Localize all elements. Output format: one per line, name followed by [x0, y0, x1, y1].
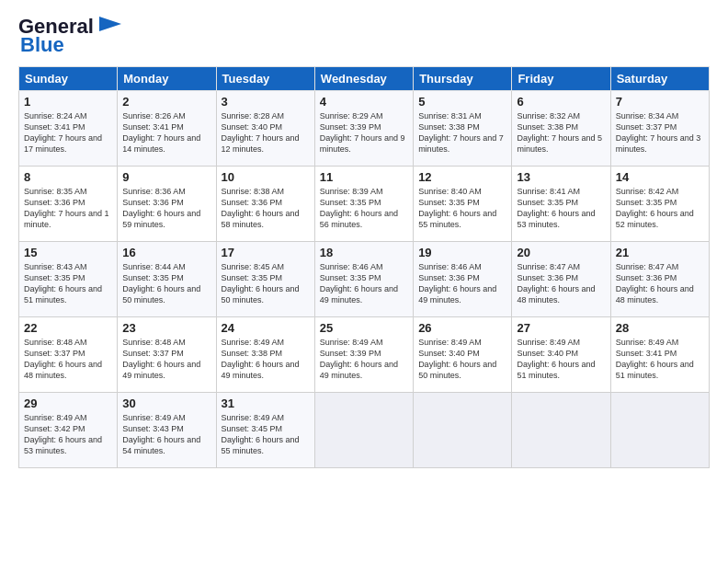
calendar-table: SundayMondayTuesdayWednesdayThursdayFrid… [18, 66, 710, 468]
cell-info: Sunrise: 8:49 AM Sunset: 3:40 PM Dayligh… [418, 337, 506, 382]
day-number: 7 [616, 95, 704, 109]
calendar-cell: 25Sunrise: 8:49 AM Sunset: 3:39 PM Dayli… [314, 317, 413, 393]
calendar-cell: 5Sunrise: 8:31 AM Sunset: 3:38 PM Daylig… [414, 91, 512, 167]
calendar-cell: 18Sunrise: 8:46 AM Sunset: 3:35 PM Dayli… [314, 242, 413, 317]
calendar-cell: 12Sunrise: 8:40 AM Sunset: 3:35 PM Dayli… [414, 167, 512, 242]
calendar-cell: 19Sunrise: 8:46 AM Sunset: 3:36 PM Dayli… [414, 242, 512, 317]
calendar-cell: 26Sunrise: 8:49 AM Sunset: 3:40 PM Dayli… [414, 317, 512, 393]
cell-info: Sunrise: 8:28 AM Sunset: 3:40 PM Dayligh… [222, 110, 310, 155]
cell-info: Sunrise: 8:49 AM Sunset: 3:40 PM Dayligh… [517, 337, 605, 382]
calendar-cell: 27Sunrise: 8:49 AM Sunset: 3:40 PM Dayli… [512, 317, 610, 393]
cell-info: Sunrise: 8:45 AM Sunset: 3:35 PM Dayligh… [222, 261, 310, 306]
day-number: 17 [222, 246, 310, 259]
calendar-cell: 24Sunrise: 8:49 AM Sunset: 3:38 PM Dayli… [216, 317, 314, 393]
weekday-header: Tuesday [216, 67, 314, 91]
day-number: 2 [122, 95, 210, 109]
day-number: 18 [320, 246, 408, 259]
cell-info: Sunrise: 8:46 AM Sunset: 3:35 PM Dayligh… [320, 261, 408, 306]
calendar-cell: 15Sunrise: 8:43 AM Sunset: 3:35 PM Dayli… [19, 242, 118, 317]
day-number: 4 [320, 95, 408, 109]
day-number: 15 [24, 246, 112, 259]
calendar-cell [314, 393, 413, 468]
day-number: 24 [222, 321, 310, 335]
day-number: 9 [122, 170, 210, 184]
cell-info: Sunrise: 8:38 AM Sunset: 3:36 PM Dayligh… [222, 186, 310, 231]
cell-info: Sunrise: 8:26 AM Sunset: 3:41 PM Dayligh… [122, 110, 210, 155]
calendar-cell: 20Sunrise: 8:47 AM Sunset: 3:36 PM Dayli… [512, 242, 610, 317]
day-number: 25 [320, 321, 408, 335]
header: General Blue [18, 15, 710, 57]
cell-info: Sunrise: 8:48 AM Sunset: 3:37 PM Dayligh… [24, 337, 112, 382]
cell-info: Sunrise: 8:46 AM Sunset: 3:36 PM Dayligh… [418, 261, 506, 306]
calendar-cell [512, 393, 610, 468]
cell-info: Sunrise: 8:44 AM Sunset: 3:35 PM Dayligh… [122, 261, 210, 306]
calendar-page: General Blue SundayMondayTuesdayWednesda… [0, 0, 728, 477]
cell-info: Sunrise: 8:35 AM Sunset: 3:36 PM Dayligh… [24, 186, 112, 231]
calendar-cell: 22Sunrise: 8:48 AM Sunset: 3:37 PM Dayli… [19, 317, 118, 393]
cell-info: Sunrise: 8:39 AM Sunset: 3:35 PM Dayligh… [320, 186, 408, 231]
cell-info: Sunrise: 8:49 AM Sunset: 3:39 PM Dayligh… [320, 337, 408, 382]
weekday-header: Thursday [414, 67, 512, 91]
calendar-cell: 11Sunrise: 8:39 AM Sunset: 3:35 PM Dayli… [314, 167, 413, 242]
day-number: 6 [517, 95, 605, 109]
day-number: 1 [24, 95, 112, 109]
logo-arrow-icon [96, 15, 125, 33]
calendar-cell: 17Sunrise: 8:45 AM Sunset: 3:35 PM Dayli… [216, 242, 314, 317]
day-number: 22 [24, 321, 112, 335]
calendar-cell: 30Sunrise: 8:49 AM Sunset: 3:43 PM Dayli… [118, 393, 216, 468]
day-number: 8 [24, 170, 112, 184]
cell-info: Sunrise: 8:49 AM Sunset: 3:38 PM Dayligh… [222, 337, 310, 382]
calendar-cell: 1Sunrise: 8:24 AM Sunset: 3:41 PM Daylig… [19, 91, 118, 167]
day-number: 31 [222, 396, 310, 410]
cell-info: Sunrise: 8:32 AM Sunset: 3:38 PM Dayligh… [517, 110, 605, 155]
day-number: 29 [24, 396, 112, 410]
logo: General Blue [18, 15, 125, 57]
day-number: 23 [122, 321, 210, 335]
day-number: 12 [418, 170, 506, 184]
calendar-cell: 14Sunrise: 8:42 AM Sunset: 3:35 PM Dayli… [610, 167, 709, 242]
cell-info: Sunrise: 8:24 AM Sunset: 3:41 PM Dayligh… [24, 110, 112, 155]
weekday-header: Saturday [610, 67, 709, 91]
calendar-cell: 10Sunrise: 8:38 AM Sunset: 3:36 PM Dayli… [216, 167, 314, 242]
day-number: 16 [122, 246, 210, 259]
day-number: 5 [418, 95, 506, 109]
day-number: 13 [517, 170, 605, 184]
calendar-cell [414, 393, 512, 468]
svg-marker-0 [99, 17, 121, 31]
calendar-cell: 6Sunrise: 8:32 AM Sunset: 3:38 PM Daylig… [512, 91, 610, 167]
calendar-row: 8Sunrise: 8:35 AM Sunset: 3:36 PM Daylig… [19, 167, 710, 242]
cell-info: Sunrise: 8:49 AM Sunset: 3:41 PM Dayligh… [616, 337, 704, 382]
day-number: 27 [517, 321, 605, 335]
day-number: 19 [418, 246, 506, 259]
weekday-header: Monday [118, 67, 216, 91]
calendar-cell: 7Sunrise: 8:34 AM Sunset: 3:37 PM Daylig… [610, 91, 709, 167]
calendar-cell: 31Sunrise: 8:49 AM Sunset: 3:45 PM Dayli… [216, 393, 314, 468]
cell-info: Sunrise: 8:31 AM Sunset: 3:38 PM Dayligh… [418, 110, 506, 155]
day-number: 10 [222, 170, 310, 184]
weekday-header: Sunday [19, 67, 118, 91]
cell-info: Sunrise: 8:47 AM Sunset: 3:36 PM Dayligh… [616, 261, 704, 306]
cell-info: Sunrise: 8:43 AM Sunset: 3:35 PM Dayligh… [24, 261, 112, 306]
cell-info: Sunrise: 8:48 AM Sunset: 3:37 PM Dayligh… [122, 337, 210, 382]
calendar-row: 29Sunrise: 8:49 AM Sunset: 3:42 PM Dayli… [19, 393, 710, 468]
cell-info: Sunrise: 8:42 AM Sunset: 3:35 PM Dayligh… [616, 186, 704, 231]
calendar-row: 15Sunrise: 8:43 AM Sunset: 3:35 PM Dayli… [19, 242, 710, 317]
weekday-header: Wednesday [314, 67, 413, 91]
day-number: 14 [616, 170, 704, 184]
day-number: 26 [418, 321, 506, 335]
cell-info: Sunrise: 8:29 AM Sunset: 3:39 PM Dayligh… [320, 110, 408, 155]
cell-info: Sunrise: 8:34 AM Sunset: 3:37 PM Dayligh… [616, 110, 704, 155]
calendar-cell: 4Sunrise: 8:29 AM Sunset: 3:39 PM Daylig… [314, 91, 413, 167]
calendar-cell: 2Sunrise: 8:26 AM Sunset: 3:41 PM Daylig… [118, 91, 216, 167]
calendar-row: 22Sunrise: 8:48 AM Sunset: 3:37 PM Dayli… [19, 317, 710, 393]
day-number: 21 [616, 246, 704, 259]
cell-info: Sunrise: 8:49 AM Sunset: 3:43 PM Dayligh… [122, 412, 210, 457]
day-number: 30 [122, 396, 210, 410]
calendar-cell: 28Sunrise: 8:49 AM Sunset: 3:41 PM Dayli… [610, 317, 709, 393]
calendar-row: 1Sunrise: 8:24 AM Sunset: 3:41 PM Daylig… [19, 91, 710, 167]
calendar-cell: 9Sunrise: 8:36 AM Sunset: 3:36 PM Daylig… [118, 167, 216, 242]
cell-info: Sunrise: 8:49 AM Sunset: 3:45 PM Dayligh… [222, 412, 310, 457]
calendar-cell: 29Sunrise: 8:49 AM Sunset: 3:42 PM Dayli… [19, 393, 118, 468]
day-number: 28 [616, 321, 704, 335]
cell-info: Sunrise: 8:36 AM Sunset: 3:36 PM Dayligh… [122, 186, 210, 231]
